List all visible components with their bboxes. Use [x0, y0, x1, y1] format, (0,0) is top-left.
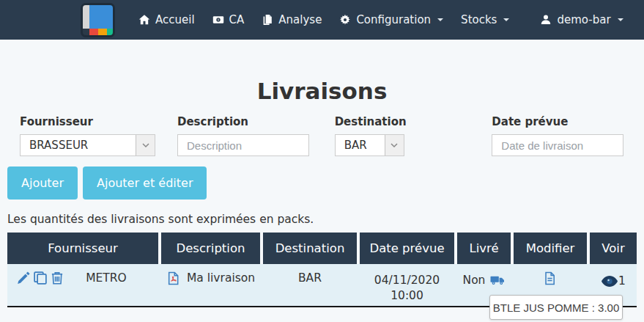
nav-analyse-label: Analyse — [278, 13, 322, 26]
money-icon — [212, 14, 224, 26]
livre-value: Non — [463, 274, 486, 287]
nav-accueil[interactable]: Accueil — [130, 0, 204, 40]
copy-icon[interactable] — [33, 271, 48, 285]
select-chevron-icon — [385, 135, 404, 155]
date-value-line1: 04/11/2020 — [374, 273, 440, 288]
date-livraison-input[interactable] — [492, 134, 623, 156]
header-voir: Voir — [590, 233, 637, 264]
edit-pencil-icon[interactable] — [16, 271, 31, 285]
table-header: Fournisseur Description Destination Date… — [7, 233, 637, 264]
destination-select[interactable]: BAR — [335, 134, 404, 156]
navbar: Accueil CA Analyse Configuration Stocks … — [0, 0, 644, 40]
fournisseur-select-value: BRASSEUR — [21, 139, 136, 152]
app-logo[interactable] — [81, 3, 115, 37]
page-title: Livraisons — [0, 76, 644, 106]
voir-count: 1 — [618, 274, 626, 288]
select-chevron-icon — [136, 135, 155, 155]
cell-date-prevue: 04/11/2020 10:00 — [360, 264, 454, 306]
header-description: Description — [161, 233, 260, 264]
nav-stocks-label: Stocks — [461, 13, 497, 26]
nav-accueil-label: Accueil — [155, 13, 195, 26]
trash-icon[interactable] — [50, 271, 64, 285]
header-modifier: Modifier — [514, 233, 587, 264]
nav-user-menu[interactable]: demo-bar — [531, 0, 632, 40]
destination-field: Destination BAR — [322, 115, 480, 156]
header-livre: Livré — [457, 233, 511, 264]
description-value: Ma livraison — [187, 271, 255, 285]
ajouter-button[interactable]: Ajouter — [7, 167, 78, 200]
home-icon — [138, 14, 150, 26]
logo-spine — [83, 5, 89, 32]
logo-strip — [83, 29, 113, 35]
livraison-form: Fournisseur BRASSEUR Description Destina… — [7, 115, 637, 156]
header-destination: Destination — [263, 233, 357, 264]
nav-user-label: demo-bar — [557, 13, 610, 26]
description-field: Description — [165, 115, 322, 156]
eye-icon[interactable] — [601, 275, 618, 288]
nav-ca[interactable]: CA — [204, 0, 253, 40]
description-input[interactable] — [177, 134, 309, 156]
chevron-down-icon — [618, 18, 623, 21]
nav-configuration[interactable]: Configuration — [330, 0, 452, 40]
cell-destination: BAR — [263, 264, 357, 306]
header-date-prevue: Date prévue — [360, 233, 454, 264]
logo-cover — [89, 5, 113, 32]
nav-ca-label: CA — [229, 13, 245, 26]
nav-analyse[interactable]: Analyse — [253, 0, 330, 40]
truck-icon[interactable] — [490, 273, 505, 288]
cell-description: Ma livraison — [161, 264, 260, 306]
packs-note: Les quantités des livraisons sont exprim… — [7, 213, 644, 226]
header-fournisseur: Fournisseur — [7, 233, 158, 264]
destination-select-value: BAR — [336, 139, 385, 152]
cell-livre: Non — [457, 264, 511, 296]
chevron-down-icon — [503, 18, 509, 21]
fournisseur-label: Fournisseur — [20, 115, 154, 128]
gear-icon — [339, 14, 351, 26]
cell-voir: 1 — [590, 264, 637, 298]
pdf-file-icon[interactable] — [166, 271, 181, 286]
fournisseur-select[interactable]: BRASSEUR — [20, 134, 155, 156]
cell-fournisseur: METRO — [7, 264, 158, 306]
destination-value: BAR — [298, 271, 322, 285]
nav-configuration-label: Configuration — [356, 13, 431, 26]
nav-stocks[interactable]: Stocks — [452, 0, 518, 40]
stock-tooltip: BTLE JUS POMME : 3.00 — [489, 295, 623, 320]
fournisseur-field: Fournisseur BRASSEUR — [7, 115, 165, 156]
fournisseur-value: METRO — [64, 271, 148, 285]
edit-document-icon[interactable] — [543, 271, 558, 286]
user-icon — [540, 14, 552, 26]
form-actions: Ajouter Ajouter et éditer — [7, 167, 644, 200]
ajouter-et-editer-button[interactable]: Ajouter et éditer — [83, 167, 207, 200]
date-value-line2: 10:00 — [391, 288, 423, 304]
files-icon — [262, 14, 273, 26]
chevron-down-icon — [437, 18, 443, 21]
date-prevue-field: Date prévue — [479, 115, 637, 156]
date-prevue-label: Date prévue — [492, 115, 626, 128]
destination-label: Destination — [335, 115, 469, 128]
row-actions — [16, 271, 64, 285]
description-label: Description — [177, 115, 311, 128]
